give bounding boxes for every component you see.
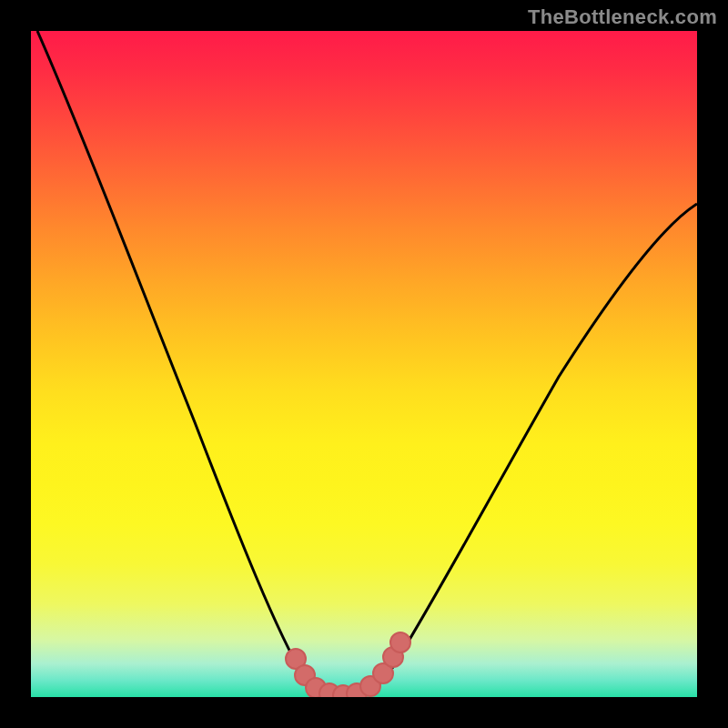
watermark: TheBottleneck.com — [528, 5, 717, 29]
chart-frame: TheBottleneck.com — [0, 0, 728, 728]
bottom-markers — [286, 632, 410, 697]
svg-point-9 — [390, 632, 410, 652]
curve-path — [37, 31, 697, 697]
plot-area — [31, 31, 697, 697]
bottleneck-curve — [31, 31, 697, 697]
